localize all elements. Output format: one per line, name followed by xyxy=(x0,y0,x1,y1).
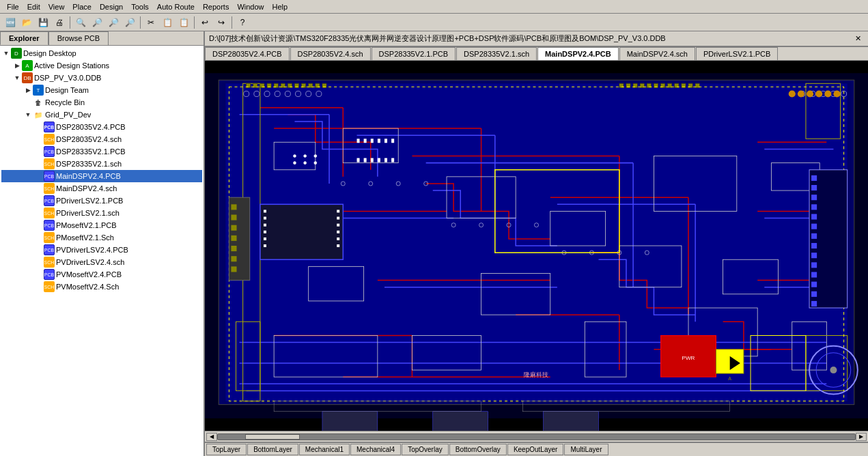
toolbar-btn-zoomsel[interactable]: 🔎 xyxy=(122,15,137,30)
doc-tab-3[interactable]: DSP28335V2.1.sch xyxy=(456,47,537,60)
svg-rect-145 xyxy=(371,158,374,162)
menu-autoroute[interactable]: Auto Route xyxy=(153,1,199,12)
filepath-close-btn[interactable]: ✕ xyxy=(852,34,864,43)
svg-text:PWR: PWR xyxy=(682,355,695,361)
layer-tab-toplayer[interactable]: TopLayer xyxy=(206,444,247,455)
layer-tabs: TopLayer BottomLayer Mechanical1 Mechani… xyxy=(205,442,868,456)
doc-tab-5[interactable]: MainDSPV2.4.sch xyxy=(619,47,695,60)
tab-explorer[interactable]: Explorer xyxy=(0,31,48,45)
doc-tab-1[interactable]: DSP28035V2.4.sch xyxy=(290,47,371,60)
label-recycle-bin: Recycle Bin xyxy=(45,98,85,106)
doc-tab-4[interactable]: MainDSPV2.4.PCB xyxy=(537,47,619,60)
tree-item-active-design[interactable]: ▶ A Active Design Stations xyxy=(1,59,202,72)
toolbar-btn-cut[interactable]: ✂ xyxy=(143,15,158,30)
toolbar-sep-4 xyxy=(232,16,232,29)
tab-browse-pcb[interactable]: Browse PCB xyxy=(48,31,109,45)
tree-item-f6[interactable]: ▶ SCH MainDSPV2.4.sch xyxy=(1,182,202,195)
menu-reports[interactable]: Reports xyxy=(199,1,234,12)
svg-rect-184 xyxy=(811,301,817,307)
doc-tab-2[interactable]: DSP28335V2.1.PCB xyxy=(372,47,456,60)
toolbar-btn-help[interactable]: ? xyxy=(235,15,250,30)
doc-tab-0[interactable]: DSP28035V2.4.PCB xyxy=(205,47,290,60)
tree-item-f3[interactable]: ▶ PCB DSP28335V2.1.PCB xyxy=(1,145,202,158)
tree-item-design-desktop[interactable]: ▼ D Design Desktop xyxy=(1,47,202,59)
tree-item-design-team[interactable]: ▶ T Design Team xyxy=(1,84,202,96)
tree-item-f11[interactable]: ▶ PCB PVDriverLSV2.4.PCB xyxy=(1,244,202,256)
svg-point-83 xyxy=(293,162,296,165)
toolbar-btn-zoomout[interactable]: 🔎 xyxy=(89,15,104,30)
icon-grid-pv-dev: 📁 xyxy=(33,109,44,120)
tree-item-f7[interactable]: ▶ PCB PDriverLSV2.1.PCB xyxy=(1,195,202,207)
layer-tab-bottomoverlay[interactable]: BottomOverlay xyxy=(449,444,507,455)
svg-point-82 xyxy=(314,154,317,157)
svg-rect-141 xyxy=(384,139,387,143)
layer-tab-multilayer[interactable]: MultiLayer xyxy=(564,444,608,455)
tree-item-f14[interactable]: ▶ SCH PVMoseftV2.4.Sch xyxy=(1,281,202,293)
tree-item-f1[interactable]: ▶ PCB DSP28035V2.4.PCB xyxy=(1,121,202,133)
layer-tab-keepoutlayer[interactable]: KeepOutLayer xyxy=(507,444,564,455)
toolbar-btn-undo[interactable]: ↩ xyxy=(197,15,212,30)
label-f12: PVDriverLSV2.4.sch xyxy=(56,258,124,266)
toolbar-btn-copy[interactable]: 📋 xyxy=(160,15,175,30)
label-f1: DSP28035V2.4.PCB xyxy=(56,123,126,131)
svg-rect-161 xyxy=(337,244,339,247)
scroll-track[interactable] xyxy=(217,433,856,440)
menu-design[interactable]: Design xyxy=(96,1,127,12)
tree-item-f2[interactable]: ▶ SCH DSP28035V2.4.sch xyxy=(1,133,202,145)
expand-active-design[interactable]: ▶ xyxy=(12,61,22,70)
layer-tab-topoverlay[interactable]: TopOverlay xyxy=(402,444,449,455)
expand-design-team[interactable]: ▶ xyxy=(23,85,33,95)
scroll-thumb[interactable] xyxy=(245,434,300,440)
layer-tab-mechanical4[interactable]: Mechanical4 xyxy=(350,444,401,455)
svg-rect-153 xyxy=(264,231,266,233)
icon-f7: PCB xyxy=(44,195,55,206)
svg-rect-173 xyxy=(811,195,817,200)
tree-item-f9[interactable]: ▶ PCB PMoseftV2.1.PCB xyxy=(1,219,202,231)
scroll-left-btn[interactable]: ◀ xyxy=(206,433,217,441)
toolbar-btn-save[interactable]: 💾 xyxy=(36,15,51,30)
menu-place[interactable]: Place xyxy=(68,1,96,12)
toolbar-btn-redo[interactable]: ↪ xyxy=(214,15,229,30)
expand-grid-pv-dev[interactable]: ▼ xyxy=(23,110,33,119)
menu-window[interactable]: Window xyxy=(233,1,268,12)
expand-dsp-db[interactable]: ▼ xyxy=(12,73,22,83)
menu-help[interactable]: Help xyxy=(268,1,292,12)
svg-rect-149 xyxy=(260,204,343,259)
svg-rect-165 xyxy=(231,225,236,231)
tree-item-f10[interactable]: ▶ SCH PMoseftV2.1.Sch xyxy=(1,231,202,244)
svg-rect-167 xyxy=(231,246,236,251)
menubar: File Edit View Place Design Tools Auto R… xyxy=(0,0,868,14)
tree-item-recycle-bin[interactable]: ▶ 🗑 Recycle Bin xyxy=(1,96,202,109)
toolbar-btn-zoomall[interactable]: 🔎 xyxy=(106,15,121,30)
tree-item-dsp-db[interactable]: ▼ DB DSP_PV_V3.0.DDB xyxy=(1,72,202,84)
pcb-canvas[interactable]: PWR 隆麻科技 A xyxy=(205,61,868,431)
svg-rect-168 xyxy=(231,256,236,261)
toolbar-btn-open[interactable]: 📂 xyxy=(19,15,34,30)
h-scrollbar[interactable]: ◀ ▶ xyxy=(205,431,868,442)
icon-f10: SCH xyxy=(44,232,55,243)
toolbar-btn-new[interactable]: 🆕 xyxy=(3,15,18,30)
tree-item-f12[interactable]: ▶ SCH PVDriverLSV2.4.sch xyxy=(1,256,202,268)
tree-item-f5[interactable]: ▶ PCB MainDSPV2.4.PCB xyxy=(1,170,202,182)
toolbar-btn-zoomin[interactable]: 🔍 xyxy=(73,15,88,30)
tree-item-f4[interactable]: ▶ SCH DSP28335V2.1.sch xyxy=(1,158,202,170)
menu-file[interactable]: File xyxy=(3,1,23,12)
file-tree: ▼ D Design Desktop ▶ A Active Design Sta… xyxy=(0,46,204,456)
layer-tab-bottomlayer[interactable]: BottomLayer xyxy=(247,444,298,455)
toolbar-btn-paste[interactable]: 📋 xyxy=(176,15,191,30)
menu-tools[interactable]: Tools xyxy=(127,1,153,12)
svg-rect-147 xyxy=(384,158,387,162)
toolbar: 🆕 📂 💾 🖨 🔍 🔎 🔎 🔎 ✂ 📋 📋 ↩ ↪ ? xyxy=(0,14,868,31)
doc-tab-6[interactable]: PDriverLSV2.1.PCB xyxy=(696,47,778,60)
tree-item-grid-pv-dev[interactable]: ▼ 📁 Grid_PV_Dev xyxy=(1,109,202,121)
menu-edit[interactable]: Edit xyxy=(23,1,44,12)
expand-design-desktop[interactable]: ▼ xyxy=(1,48,11,58)
layer-tab-mechanical1[interactable]: Mechanical1 xyxy=(299,444,350,455)
tree-item-f13[interactable]: ▶ PCB PVMoseftV2.4.PCB xyxy=(1,268,202,281)
filepath-bar: D:\[07]技术创新\设计资源\TMS320F28335光伏离网并网逆变器设计… xyxy=(205,31,868,47)
menu-view[interactable]: View xyxy=(44,1,69,12)
icon-design-desktop: D xyxy=(11,48,22,59)
scroll-right-btn[interactable]: ▶ xyxy=(856,433,867,441)
tree-item-f8[interactable]: ▶ SCH PDriverLSV2.1.sch xyxy=(1,207,202,219)
toolbar-btn-print[interactable]: 🖨 xyxy=(52,15,67,30)
